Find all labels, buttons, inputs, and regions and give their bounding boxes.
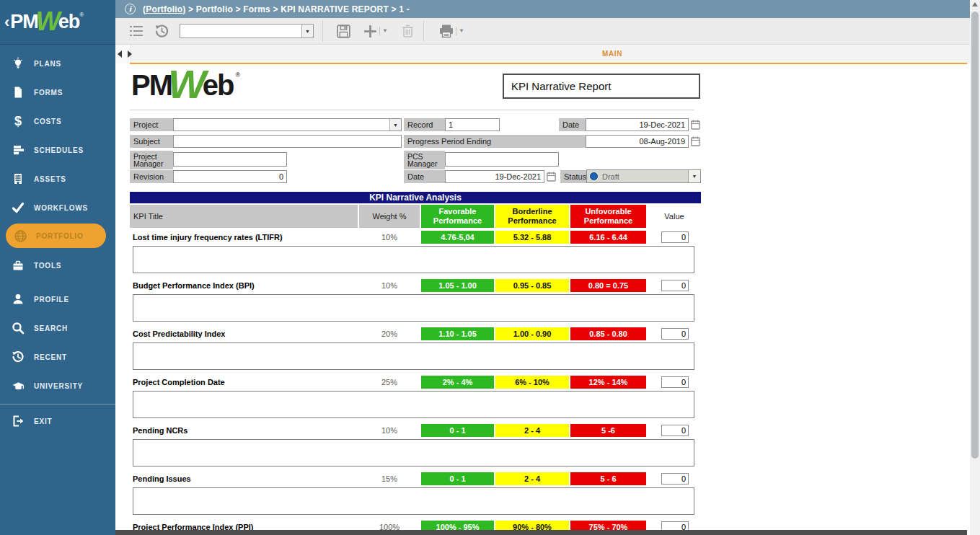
collapse-chevron-icon[interactable]: ‹ — [4, 13, 9, 32]
records-dropdown-value — [180, 25, 301, 37]
kpi-row: Cost Predictability Index 20% 1.10 - 1.0… — [115, 327, 970, 376]
calendar-icon[interactable] — [547, 172, 556, 182]
kpi-narrative-textarea[interactable] — [133, 487, 694, 515]
project-manager-label: Project Manager — [130, 151, 173, 169]
tab-scroll-right-icon[interactable] — [128, 50, 132, 58]
col-header-kpi-title: KPI Title — [130, 205, 358, 228]
kpi-borderline-range: 0.95 - 0.85 — [495, 279, 569, 292]
calendar-icon[interactable] — [691, 120, 700, 130]
sidebar-item-search[interactable]: SEARCH — [0, 319, 115, 337]
status-draft-dot-icon — [590, 172, 598, 180]
scroll-up-arrow-icon[interactable] — [972, 2, 978, 6]
chevron-down-icon[interactable]: ▼ — [688, 170, 700, 182]
kpi-borderline-range: 5.32 - 5.88 — [495, 231, 569, 244]
vertical-scrollbar[interactable] — [970, 0, 980, 535]
pcs-manager-input[interactable] — [445, 152, 559, 167]
sidebar-item-workflows[interactable]: WORKFLOWS — [0, 198, 115, 217]
delete-icon[interactable] — [401, 24, 415, 38]
sidebar-item-profile[interactable]: PROFILE — [0, 290, 115, 309]
kpi-value-input[interactable] — [661, 473, 689, 485]
tab-main[interactable]: MAIN — [602, 50, 622, 58]
sidebar-item-assets[interactable]: ASSETS — [0, 169, 115, 188]
progress-period-ending-label: Progress Period Ending — [404, 135, 586, 148]
history-icon[interactable] — [154, 24, 169, 39]
date-input[interactable] — [586, 118, 689, 131]
sidebar-item-recent[interactable]: RECENT — [0, 348, 115, 366]
kpi-narrative-textarea[interactable] — [133, 342, 694, 370]
col-header-borderline: Borderline Performance — [495, 205, 569, 228]
sidebar-item-portfolio[interactable]: PORTFOLIO — [6, 224, 106, 248]
info-icon[interactable]: i — [125, 4, 136, 14]
chevron-down-icon[interactable]: ▼ — [389, 119, 401, 131]
kpi-value-input[interactable] — [661, 425, 689, 436]
sidebar-item-tools[interactable]: TOOLS — [0, 256, 115, 275]
header-divider — [130, 110, 694, 110]
status-value: Draft — [602, 172, 688, 181]
kpi-unfavorable-range: 5 -6 — [570, 424, 646, 437]
breadcrumb-trail: > Portfolio > Forms > KPI NARRATIVE REPO… — [188, 4, 410, 14]
chevron-down-icon[interactable]: ▼ — [301, 25, 313, 37]
project-manager-input[interactable] — [173, 152, 287, 167]
logo-text-pm: PM — [10, 11, 38, 33]
kpi-value-input[interactable] — [661, 328, 689, 340]
project-label: Project — [130, 118, 173, 131]
status-dropdown[interactable]: Draft ▼ — [586, 169, 701, 183]
sidebar-item-forms[interactable]: FORMS — [0, 83, 115, 102]
horizontal-scrollbar-thumb[interactable] — [115, 530, 967, 535]
kpi-favorable-range: 1.05 - 1.00 — [421, 279, 494, 292]
record-label: Record — [404, 118, 445, 131]
kpi-row: Project Completion Date 25% 2% - 4% 6% -… — [115, 376, 970, 424]
add-dropdown-caret-icon[interactable]: ▼ — [379, 27, 388, 35]
sidebar-item-label: WORKFLOWS — [34, 204, 88, 212]
kpi-narrative-textarea[interactable] — [133, 391, 694, 418]
kpi-narrative-textarea[interactable] — [133, 246, 694, 273]
logo-text-pm: PM — [131, 70, 172, 100]
date-label: Date — [559, 118, 586, 131]
date2-input[interactable] — [445, 170, 544, 183]
kpi-favorable-range: 0 - 1 — [421, 424, 494, 437]
sidebar-item-label: COSTS — [34, 118, 61, 125]
kpi-narrative-textarea[interactable] — [133, 294, 694, 322]
person-icon — [11, 292, 25, 306]
sidebar-item-plans[interactable]: PLANS — [0, 54, 115, 73]
sidebar-item-label: EXIT — [34, 417, 52, 425]
sidebar-logo[interactable]: ‹ PM W eb ® — [0, 0, 115, 45]
tab-scroll-left-icon[interactable] — [118, 50, 122, 58]
sidebar-divider — [0, 404, 115, 404]
col-header-value: Value — [648, 205, 701, 228]
horizontal-scrollbar[interactable] — [115, 530, 967, 535]
kpi-title: Lost time injury frequency rates (LTIFR) — [130, 231, 358, 244]
kpi-borderline-range: 2 - 4 — [495, 472, 569, 485]
sidebar-item-costs[interactable]: $ COSTS — [0, 112, 115, 131]
project-dropdown[interactable]: ▼ — [173, 118, 402, 131]
print-icon[interactable] — [438, 24, 454, 38]
add-icon[interactable] — [363, 24, 378, 39]
kpi-weight: 15% — [359, 472, 420, 485]
breadcrumb-portfolio-link[interactable]: (Portfolio) — [143, 4, 186, 14]
save-icon[interactable] — [336, 24, 351, 39]
kpi-row: Pending NCRs 10% 0 - 1 2 - 4 5 -6 — [115, 424, 970, 472]
subject-input[interactable] — [173, 135, 402, 148]
progress-period-ending-input[interactable] — [586, 135, 689, 148]
records-dropdown[interactable]: ▼ — [180, 24, 314, 38]
kpi-unfavorable-range: 12% - 14% — [570, 376, 646, 389]
toolbar-divider — [423, 20, 424, 42]
calendar-icon[interactable] — [691, 136, 700, 146]
kpi-weight: 20% — [359, 327, 420, 340]
sidebar-item-exit[interactable]: EXIT — [0, 412, 115, 430]
revision-input[interactable] — [173, 170, 287, 183]
sidebar-item-schedules[interactable]: SCHEDULES — [0, 141, 115, 159]
sidebar-item-university[interactable]: UNIVERSITY — [0, 376, 115, 395]
col-header-favorable: Favorable Performance — [421, 205, 494, 228]
kpi-value-input[interactable] — [661, 376, 689, 388]
sidebar-item-label: RECENT — [34, 353, 67, 361]
kpi-narrative-textarea[interactable] — [133, 439, 694, 467]
kpi-value-input[interactable] — [661, 280, 689, 291]
sidebar-item-label: PROFILE — [34, 296, 69, 304]
print-dropdown-caret-icon[interactable]: ▼ — [456, 27, 464, 35]
record-input[interactable] — [445, 118, 500, 131]
vertical-scrollbar-thumb[interactable] — [971, 12, 979, 459]
list-icon[interactable] — [128, 24, 144, 38]
building-icon — [11, 172, 25, 186]
kpi-value-input[interactable] — [661, 231, 689, 243]
